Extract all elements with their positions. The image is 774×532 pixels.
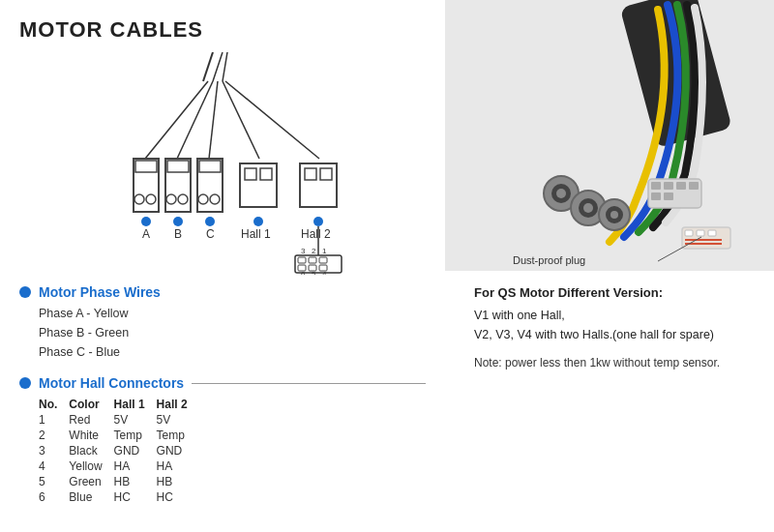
svg-rect-66	[651, 192, 661, 200]
wiring-diagram: A B C Hall 1	[19, 52, 426, 275]
right-panel: Dust-proof plug For QS Motor Different V…	[445, 0, 774, 532]
page-title: MOTOR CABLES	[19, 17, 426, 43]
svg-point-23	[210, 194, 220, 204]
svg-rect-9	[135, 161, 157, 172]
phase-title: Motor Phase Wires	[39, 284, 161, 300]
svg-line-7	[225, 81, 319, 159]
svg-text:C: C	[206, 227, 215, 241]
table-row: 5GreenHBHB	[39, 474, 199, 489]
svg-rect-32	[305, 168, 316, 180]
hall-title: Motor Hall Connectors	[39, 375, 184, 391]
hall-table: No. Color Hall 1 Hall 2 1Red5V5V2WhiteTe…	[39, 397, 199, 505]
svg-rect-27	[245, 168, 256, 180]
table-row: 1Red5V5V	[39, 412, 199, 428]
info-area: For QS Motor Different Version: V1 with …	[464, 276, 764, 381]
svg-text:2: 2	[312, 247, 316, 255]
hall-divider	[192, 383, 426, 384]
svg-point-60	[610, 211, 618, 219]
svg-line-3	[145, 81, 208, 159]
svg-point-22	[198, 194, 208, 204]
hall-section: Motor Hall Connectors No. Color Hall 1 H…	[19, 375, 426, 505]
svg-point-11	[146, 194, 156, 204]
svg-line-2	[223, 52, 227, 81]
svg-rect-71	[708, 230, 716, 236]
left-panel: MOTOR CABLES A	[0, 0, 445, 532]
svg-line-1	[213, 52, 223, 81]
svg-line-4	[177, 81, 213, 159]
svg-text:Hall 2: Hall 2	[301, 227, 331, 241]
svg-rect-65	[689, 182, 699, 190]
svg-rect-64	[676, 182, 686, 190]
info-description: V1 with one Hall, V2, V3, V4 with two Ha…	[474, 306, 755, 344]
table-row: 3BlackGNDGND	[39, 443, 199, 458]
svg-line-0	[203, 52, 213, 81]
phase-dot	[19, 286, 31, 298]
svg-rect-67	[664, 192, 673, 200]
svg-point-18	[173, 217, 183, 226]
col-no: No.	[39, 397, 69, 412]
svg-rect-62	[651, 182, 661, 190]
table-row: 6BlueHCHC	[39, 489, 199, 505]
table-row: 4YellowHAHA	[39, 458, 199, 474]
col-hall1: Hall 1	[114, 397, 157, 412]
svg-text:A: A	[142, 227, 150, 241]
svg-point-24	[205, 217, 215, 226]
svg-point-17	[178, 194, 188, 204]
col-hall2: Hall 2	[157, 397, 199, 412]
svg-point-57	[583, 203, 593, 213]
phase-list: Phase A - Yellow Phase B - Green Phase C…	[39, 304, 426, 362]
svg-line-5	[209, 81, 218, 159]
svg-rect-15	[167, 161, 189, 172]
svg-rect-38	[298, 257, 306, 263]
info-note: Note: power less then 1kw without temp s…	[474, 354, 755, 371]
svg-point-12	[141, 217, 151, 226]
svg-rect-33	[320, 168, 332, 180]
svg-line-6	[223, 81, 259, 159]
svg-text:Dust-proof plug: Dust-proof plug	[513, 254, 585, 266]
phase-item-a: Phase A - Yellow	[39, 304, 426, 323]
svg-point-10	[134, 194, 144, 204]
svg-rect-39	[309, 257, 316, 263]
svg-point-34	[313, 217, 323, 226]
svg-rect-69	[685, 230, 693, 236]
svg-point-16	[166, 194, 176, 204]
svg-rect-28	[260, 168, 272, 180]
phase-item-c: Phase C - Blue	[39, 342, 426, 362]
hall-dot	[19, 377, 31, 389]
phase-item-b: Phase B - Green	[39, 323, 426, 342]
svg-text:Hall 1: Hall 1	[241, 227, 271, 241]
svg-text:3: 3	[301, 247, 306, 255]
info-title: For QS Motor Different Version:	[474, 285, 755, 300]
svg-point-54	[556, 189, 566, 198]
hall-header: Motor Hall Connectors	[19, 375, 426, 391]
svg-text:4: 4	[322, 270, 327, 275]
table-row: 2WhiteTempTemp	[39, 428, 199, 443]
phase-section-header: Motor Phase Wires	[19, 284, 426, 300]
svg-rect-21	[199, 161, 221, 172]
col-color: Color	[69, 397, 113, 412]
svg-text:1: 1	[322, 247, 327, 255]
svg-text:6: 6	[301, 270, 306, 275]
cable-photo: Dust-proof plug	[445, 0, 774, 271]
svg-rect-70	[697, 230, 704, 236]
svg-text:B: B	[174, 227, 182, 241]
svg-rect-63	[664, 182, 673, 190]
svg-rect-40	[319, 257, 327, 263]
svg-text:5: 5	[312, 270, 316, 275]
svg-point-29	[253, 217, 263, 226]
